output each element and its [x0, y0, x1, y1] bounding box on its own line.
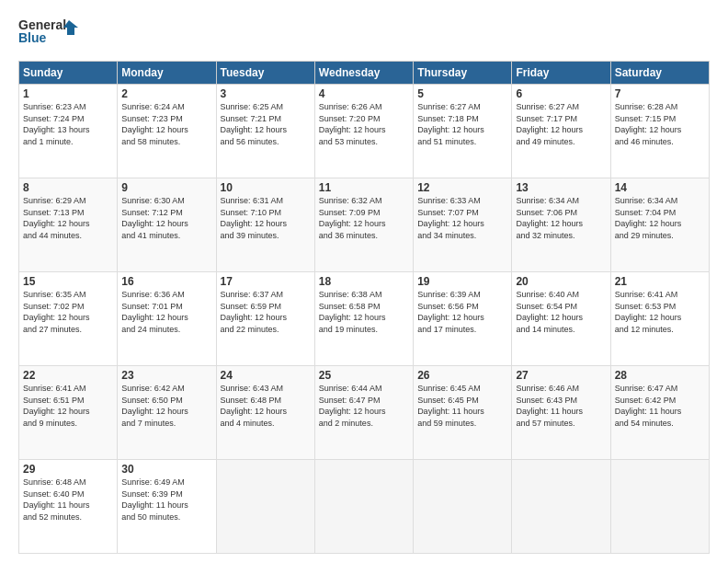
day-cell [610, 460, 709, 554]
day-cell: 24Sunrise: 6:43 AM Sunset: 6:48 PM Dayli… [216, 366, 314, 460]
week-row-5: 29Sunrise: 6:48 AM Sunset: 6:40 PM Dayli… [19, 460, 710, 554]
day-info: Sunrise: 6:23 AM Sunset: 7:24 PM Dayligh… [23, 101, 113, 147]
day-cell: 16Sunrise: 6:36 AM Sunset: 7:01 PM Dayli… [118, 272, 216, 366]
day-info: Sunrise: 6:29 AM Sunset: 7:13 PM Dayligh… [23, 195, 113, 241]
day-info: Sunrise: 6:43 AM Sunset: 6:48 PM Dayligh… [221, 383, 311, 429]
day-cell: 2Sunrise: 6:24 AM Sunset: 7:23 PM Daylig… [118, 85, 216, 178]
day-info: Sunrise: 6:31 AM Sunset: 7:10 PM Dayligh… [221, 195, 311, 241]
day-info: Sunrise: 6:49 AM Sunset: 6:39 PM Dayligh… [121, 477, 211, 523]
day-number: 30 [121, 463, 211, 476]
day-cell [414, 460, 512, 554]
svg-text:Blue: Blue [18, 30, 47, 45]
day-cell: 25Sunrise: 6:44 AM Sunset: 6:47 PM Dayli… [314, 366, 413, 460]
day-cell: 3Sunrise: 6:25 AM Sunset: 7:21 PM Daylig… [216, 85, 314, 178]
day-cell [216, 460, 314, 554]
day-number: 19 [417, 275, 507, 288]
day-info: Sunrise: 6:26 AM Sunset: 7:20 PM Dayligh… [319, 101, 409, 147]
day-cell: 17Sunrise: 6:37 AM Sunset: 6:59 PM Dayli… [216, 272, 314, 366]
day-number: 18 [319, 275, 409, 288]
calendar-table: SundayMondayTuesdayWednesdayThursdayFrid… [18, 61, 710, 554]
day-info: Sunrise: 6:24 AM Sunset: 7:23 PM Dayligh… [121, 101, 211, 147]
day-number: 14 [615, 181, 705, 194]
day-cell: 14Sunrise: 6:34 AM Sunset: 7:04 PM Dayli… [610, 178, 709, 272]
day-info: Sunrise: 6:47 AM Sunset: 6:42 PM Dayligh… [615, 383, 705, 429]
weekday-header-thursday: Thursday [414, 62, 512, 85]
day-info: Sunrise: 6:48 AM Sunset: 6:40 PM Dayligh… [23, 477, 113, 523]
day-info: Sunrise: 6:41 AM Sunset: 6:51 PM Dayligh… [23, 383, 113, 429]
day-info: Sunrise: 6:35 AM Sunset: 7:02 PM Dayligh… [23, 289, 113, 335]
day-info: Sunrise: 6:33 AM Sunset: 7:07 PM Dayligh… [417, 195, 507, 241]
day-info: Sunrise: 6:25 AM Sunset: 7:21 PM Dayligh… [221, 101, 311, 147]
day-info: Sunrise: 6:41 AM Sunset: 6:53 PM Dayligh… [615, 289, 705, 335]
day-cell: 27Sunrise: 6:46 AM Sunset: 6:43 PM Dayli… [512, 366, 610, 460]
day-number: 26 [417, 369, 507, 382]
day-info: Sunrise: 6:38 AM Sunset: 6:58 PM Dayligh… [319, 289, 409, 335]
day-cell [314, 460, 413, 554]
day-info: Sunrise: 6:45 AM Sunset: 6:45 PM Dayligh… [417, 383, 507, 429]
day-number: 3 [221, 87, 311, 100]
day-cell: 21Sunrise: 6:41 AM Sunset: 6:53 PM Dayli… [610, 272, 709, 366]
day-number: 8 [23, 181, 113, 194]
day-number: 7 [615, 87, 705, 100]
day-number: 28 [615, 369, 705, 382]
day-info: Sunrise: 6:39 AM Sunset: 6:56 PM Dayligh… [417, 289, 507, 335]
day-cell: 4Sunrise: 6:26 AM Sunset: 7:20 PM Daylig… [314, 85, 413, 178]
calendar-page: GeneralBlue SundayMondayTuesdayWednesday… [0, 0, 728, 563]
day-cell: 19Sunrise: 6:39 AM Sunset: 6:56 PM Dayli… [414, 272, 512, 366]
day-cell: 18Sunrise: 6:38 AM Sunset: 6:58 PM Dayli… [314, 272, 413, 366]
day-number: 17 [221, 275, 311, 288]
header: GeneralBlue [18, 15, 710, 52]
day-cell: 28Sunrise: 6:47 AM Sunset: 6:42 PM Dayli… [610, 366, 709, 460]
day-number: 16 [121, 275, 211, 288]
day-info: Sunrise: 6:34 AM Sunset: 7:06 PM Dayligh… [516, 195, 606, 241]
day-number: 29 [23, 463, 113, 476]
day-number: 9 [121, 181, 211, 194]
day-info: Sunrise: 6:37 AM Sunset: 6:59 PM Dayligh… [221, 289, 311, 335]
day-cell: 15Sunrise: 6:35 AM Sunset: 7:02 PM Dayli… [19, 272, 118, 366]
day-number: 22 [23, 369, 113, 382]
logo: GeneralBlue [18, 15, 83, 52]
day-cell: 22Sunrise: 6:41 AM Sunset: 6:51 PM Dayli… [19, 366, 118, 460]
day-number: 4 [319, 87, 409, 100]
day-number: 21 [615, 275, 705, 288]
day-info: Sunrise: 6:40 AM Sunset: 6:54 PM Dayligh… [516, 289, 606, 335]
day-number: 24 [221, 369, 311, 382]
week-row-1: 1Sunrise: 6:23 AM Sunset: 7:24 PM Daylig… [19, 85, 710, 178]
day-info: Sunrise: 6:44 AM Sunset: 6:47 PM Dayligh… [319, 383, 409, 429]
day-number: 6 [516, 87, 606, 100]
day-cell: 20Sunrise: 6:40 AM Sunset: 6:54 PM Dayli… [512, 272, 610, 366]
week-row-2: 8Sunrise: 6:29 AM Sunset: 7:13 PM Daylig… [19, 178, 710, 272]
day-info: Sunrise: 6:46 AM Sunset: 6:43 PM Dayligh… [516, 383, 606, 429]
day-cell: 9Sunrise: 6:30 AM Sunset: 7:12 PM Daylig… [118, 178, 216, 272]
day-info: Sunrise: 6:27 AM Sunset: 7:17 PM Dayligh… [516, 101, 606, 147]
day-cell: 11Sunrise: 6:32 AM Sunset: 7:09 PM Dayli… [314, 178, 413, 272]
calendar-body: 1Sunrise: 6:23 AM Sunset: 7:24 PM Daylig… [19, 85, 710, 554]
day-cell: 13Sunrise: 6:34 AM Sunset: 7:06 PM Dayli… [512, 178, 610, 272]
day-number: 2 [121, 87, 211, 100]
day-cell: 8Sunrise: 6:29 AM Sunset: 7:13 PM Daylig… [19, 178, 118, 272]
day-cell: 1Sunrise: 6:23 AM Sunset: 7:24 PM Daylig… [19, 85, 118, 178]
day-number: 13 [516, 181, 606, 194]
week-row-3: 15Sunrise: 6:35 AM Sunset: 7:02 PM Dayli… [19, 272, 710, 366]
week-row-4: 22Sunrise: 6:41 AM Sunset: 6:51 PM Dayli… [19, 366, 710, 460]
day-cell [512, 460, 610, 554]
weekday-header-monday: Monday [118, 62, 216, 85]
day-info: Sunrise: 6:42 AM Sunset: 6:50 PM Dayligh… [121, 383, 211, 429]
day-number: 27 [516, 369, 606, 382]
day-number: 10 [221, 181, 311, 194]
day-cell: 10Sunrise: 6:31 AM Sunset: 7:10 PM Dayli… [216, 178, 314, 272]
day-number: 11 [319, 181, 409, 194]
day-cell: 5Sunrise: 6:27 AM Sunset: 7:18 PM Daylig… [414, 85, 512, 178]
day-number: 20 [516, 275, 606, 288]
day-cell: 26Sunrise: 6:45 AM Sunset: 6:45 PM Dayli… [414, 366, 512, 460]
weekday-header-saturday: Saturday [610, 62, 709, 85]
day-number: 25 [319, 369, 409, 382]
day-cell: 30Sunrise: 6:49 AM Sunset: 6:39 PM Dayli… [118, 460, 216, 554]
logo-svg: GeneralBlue [18, 15, 83, 52]
day-info: Sunrise: 6:34 AM Sunset: 7:04 PM Dayligh… [615, 195, 705, 241]
day-cell: 7Sunrise: 6:28 AM Sunset: 7:15 PM Daylig… [610, 85, 709, 178]
day-info: Sunrise: 6:28 AM Sunset: 7:15 PM Dayligh… [615, 101, 705, 147]
day-cell: 23Sunrise: 6:42 AM Sunset: 6:50 PM Dayli… [118, 366, 216, 460]
day-info: Sunrise: 6:32 AM Sunset: 7:09 PM Dayligh… [319, 195, 409, 241]
day-info: Sunrise: 6:27 AM Sunset: 7:18 PM Dayligh… [417, 101, 507, 147]
